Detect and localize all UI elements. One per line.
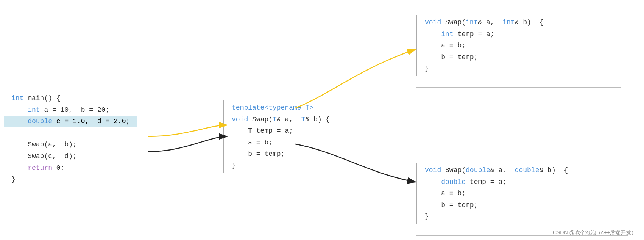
double-swap-line-5: } <box>425 213 429 220</box>
yellow-arrow-2 <box>295 49 416 108</box>
yellow-arrow-1 <box>148 125 227 136</box>
main-line-5: Swap(c, d); <box>11 152 77 160</box>
template-line-4: a = b; <box>232 139 273 146</box>
main-line-7: } <box>11 176 16 183</box>
main-code-block: int main() { int a = 10, b = 20; double … <box>4 91 134 187</box>
main-line-1: int <box>11 94 23 102</box>
watermark: CSDN @吹个泡泡（c++后端开发） <box>553 229 636 236</box>
double-swap-line-3: a = b; <box>425 190 466 197</box>
int-swap-line-1: void Swap(int& a, int& b) { <box>425 19 543 26</box>
double-swap-line-4: b = temp; <box>425 201 478 209</box>
int-swap-line-5: } <box>425 65 429 72</box>
main-line-2: int a = 10, b = 20; <box>11 106 109 114</box>
int-swap-line-4: b = temp; <box>425 53 478 61</box>
template-line-1: template<typename T> <box>232 104 313 111</box>
template-line-2: void Swap(T& a, T& b) { <box>232 116 330 123</box>
int-swap-code-block: void Swap(int& a, int& b) { int temp = a… <box>416 15 548 76</box>
template-code-block: template<typename T> void Swap(T& a, T& … <box>223 100 334 173</box>
int-swap-line-3: a = b; <box>425 42 466 49</box>
int-swap-line-2: int temp = a; <box>425 30 494 38</box>
main-line-3: double c = 1.0, d = 2.0; <box>4 116 137 127</box>
main-line-4: Swap(a, b); <box>11 141 77 148</box>
template-line-5: b = temp; <box>232 150 285 158</box>
main-line-6: return <box>11 164 52 172</box>
template-line-3: T temp = a; <box>232 127 293 135</box>
int-swap-divider <box>416 87 621 88</box>
double-swap-line-1: void Swap(double& a, double& b) { <box>425 166 568 174</box>
double-swap-code-block: void Swap(double& a, double& b) { double… <box>416 163 572 224</box>
black-arrow-1 <box>148 136 227 152</box>
double-swap-line-2: double temp = a; <box>425 178 507 186</box>
template-line-6: } <box>232 162 236 169</box>
